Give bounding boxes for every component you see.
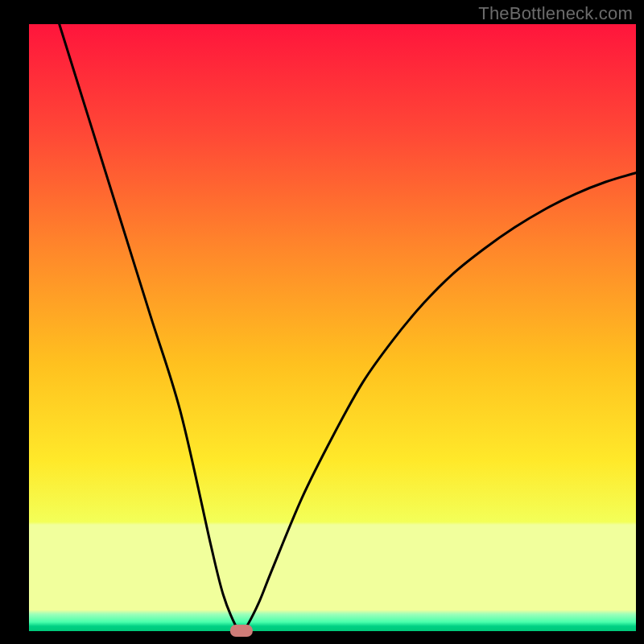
watermark-text: TheBottleneck.com bbox=[478, 3, 633, 24]
plot-background bbox=[29, 24, 636, 631]
optimal-marker bbox=[230, 625, 253, 637]
chart-stage: TheBottleneck.com bbox=[0, 0, 644, 644]
chart-svg bbox=[0, 0, 644, 644]
